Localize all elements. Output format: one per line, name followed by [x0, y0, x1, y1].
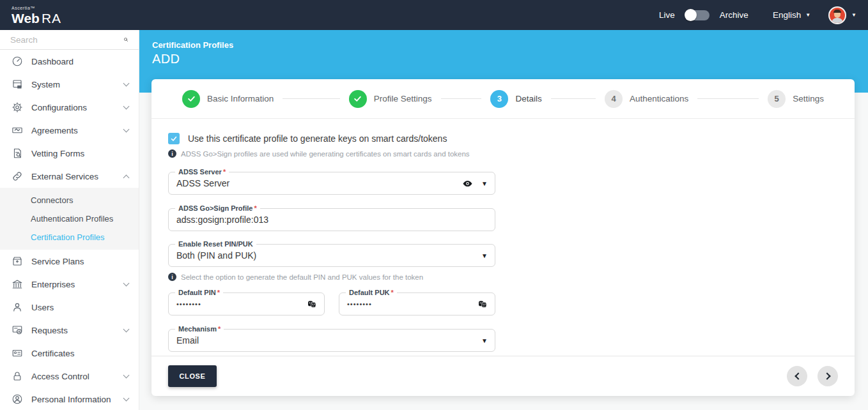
chevron-up-icon	[123, 174, 130, 181]
wizard-nav	[787, 366, 838, 386]
step-profile-settings[interactable]: Profile Settings	[349, 90, 432, 108]
sidebar-item-label: Agreements	[31, 126, 124, 135]
field-label: ADSS Server*	[175, 168, 229, 176]
info-text: ADSS Go>Sign profiles are used while gen…	[181, 150, 470, 158]
mechanism-field[interactable]: Mechanism* Email ▼	[168, 329, 495, 352]
sidebar-item-dashboard[interactable]: Dashboard	[0, 50, 139, 73]
handshake-icon	[12, 125, 23, 136]
dropdown-arrow-icon[interactable]: ▼	[481, 180, 488, 187]
user-menu[interactable]: ▼	[828, 6, 856, 24]
live-archive-toggle[interactable]	[685, 10, 709, 20]
chevron-down-icon	[123, 80, 130, 87]
gosign-profile-value[interactable]: adss:gosign:profile:013	[169, 209, 495, 231]
default-pin-value[interactable]: ••••••••	[169, 293, 324, 315]
pin-puk-row: Default PIN* •••••••• Default PUK* •••••…	[168, 292, 838, 315]
adss-server-field[interactable]: ADSS Server* ADSS Server ▼	[168, 172, 495, 195]
window-grid-icon	[12, 79, 23, 90]
chevron-left-icon	[794, 372, 802, 379]
masks-icon[interactable]	[477, 299, 488, 309]
step-connector	[441, 98, 482, 100]
wizard-card: Basic Information Profile Settings 3 Det…	[151, 79, 855, 396]
smartcard-checkbox-row: Use this certificate profile to generate…	[168, 133, 838, 144]
sidebar-item-label: Vetting Forms	[31, 149, 128, 158]
page-header: Certification Profiles ADD	[152, 40, 233, 66]
step-label: Details	[515, 94, 541, 103]
brand-small-text: Ascertia™	[12, 6, 61, 10]
topbar-controls: Live Archive English ▼ ▼	[659, 0, 856, 30]
external-services-submenu: Connectors Authentication Profiles Certi…	[0, 188, 139, 250]
field-label: Enable Reset PIN/PUK	[175, 240, 256, 248]
details-form: Use this certificate profile to generate…	[151, 119, 855, 356]
sidebar-item-certification-profiles[interactable]: Certification Profiles	[0, 228, 139, 247]
step-label: Profile Settings	[374, 94, 432, 103]
toggle-knob[interactable]	[685, 9, 697, 21]
sidebar-item-label: Enterprises	[31, 280, 124, 289]
step-authentications[interactable]: 4 Authentications	[605, 90, 688, 108]
step-basic-information[interactable]: Basic Information	[182, 90, 274, 108]
sidebar-item-label: Dashboard	[31, 57, 128, 66]
eye-icon[interactable]	[462, 178, 473, 189]
sidebar-item-external-services[interactable]: External Services	[0, 165, 139, 188]
search-icon[interactable]	[123, 34, 128, 45]
default-puk-field[interactable]: Default PUK* ••••••••	[339, 292, 495, 315]
adss-server-value[interactable]: ADSS Server	[169, 172, 495, 194]
sidebar-item-system[interactable]: System	[0, 73, 139, 96]
sidebar-item-requests[interactable]: Requests	[0, 319, 139, 342]
mechanism-value[interactable]: Email	[169, 330, 495, 351]
required-mark: *	[254, 204, 256, 212]
sidebar-item-certificates[interactable]: Certificates	[0, 342, 139, 365]
sidebar-item-users[interactable]: Users	[0, 296, 139, 319]
sidebar-item-authentication-profiles[interactable]: Authentication Profiles	[0, 209, 139, 228]
sidebar-item-label: External Services	[31, 172, 124, 181]
close-button[interactable]: CLOSE	[168, 365, 217, 387]
dropdown-arrow-icon[interactable]: ▼	[481, 252, 488, 259]
smartcard-checkbox[interactable]	[168, 133, 180, 144]
sidebar-item-personal-information[interactable]: Personal Information	[0, 388, 139, 410]
sidebar-item-label: Configurations	[31, 103, 124, 112]
link-icon	[12, 171, 23, 182]
brand-logo[interactable]: Ascertia™ WebRA	[0, 6, 61, 25]
sidebar: Dashboard System Configurations Agreemen…	[0, 30, 139, 410]
gear-icon	[12, 102, 23, 113]
step-done-check-icon	[182, 90, 200, 108]
step-done-check-icon	[349, 90, 367, 108]
sidebar-item-service-plans[interactable]: Service Plans	[0, 250, 139, 273]
sidebar-item-agreements[interactable]: Agreements	[0, 119, 139, 142]
default-pin-field[interactable]: Default PIN* ••••••••	[168, 292, 325, 315]
brand-title: WebRA	[12, 11, 61, 26]
gosign-profile-field[interactable]: ADSS Go>Sign Profile* adss:gosign:profil…	[168, 208, 495, 231]
previous-step-button[interactable]	[787, 366, 807, 386]
avatar-hair	[833, 10, 841, 13]
masks-icon[interactable]	[307, 299, 317, 309]
card-clock-icon	[12, 324, 23, 336]
sidebar-item-label: Requests	[31, 326, 124, 335]
field-label: Default PIN*	[175, 289, 223, 296]
sidebar-item-connectors[interactable]: Connectors	[0, 191, 139, 209]
reset-pin-puk-field[interactable]: Enable Reset PIN/PUK Both (PIN and PUK) …	[168, 244, 495, 267]
step-details[interactable]: 3 Details	[490, 90, 541, 108]
page-title: ADD	[152, 52, 233, 66]
step-label: Basic Information	[207, 94, 274, 103]
step-settings[interactable]: 5 Settings	[768, 90, 824, 108]
sidebar-item-configurations[interactable]: Configurations	[0, 96, 139, 119]
step-number-badge: 5	[768, 90, 786, 108]
avatar[interactable]	[828, 6, 846, 24]
sidebar-item-access-control[interactable]: Access Control	[0, 365, 139, 388]
topbar: Ascertia™ WebRA Live Archive English ▼ ▼	[0, 0, 868, 30]
next-step-button[interactable]	[818, 366, 838, 386]
breadcrumb: Certification Profiles	[152, 40, 233, 50]
search-input[interactable]	[10, 35, 123, 45]
default-puk-value[interactable]: ••••••••	[339, 293, 495, 315]
lock-icon	[12, 370, 23, 382]
field-label: Mechanism*	[175, 325, 224, 333]
person-icon	[12, 301, 23, 313]
pin-puk-info-row: i Select the option to generate the defa…	[168, 273, 838, 281]
chevron-down-icon	[123, 372, 130, 379]
package-icon	[12, 255, 23, 267]
reset-pin-puk-value[interactable]: Both (PIN and PUK)	[169, 245, 495, 266]
chevron-right-icon	[823, 372, 830, 379]
sidebar-item-enterprises[interactable]: Enterprises	[0, 273, 139, 296]
sidebar-item-vetting-forms[interactable]: Vetting Forms	[0, 142, 139, 165]
dropdown-arrow-icon[interactable]: ▼	[481, 337, 488, 344]
language-selector[interactable]: English ▼	[773, 10, 810, 20]
